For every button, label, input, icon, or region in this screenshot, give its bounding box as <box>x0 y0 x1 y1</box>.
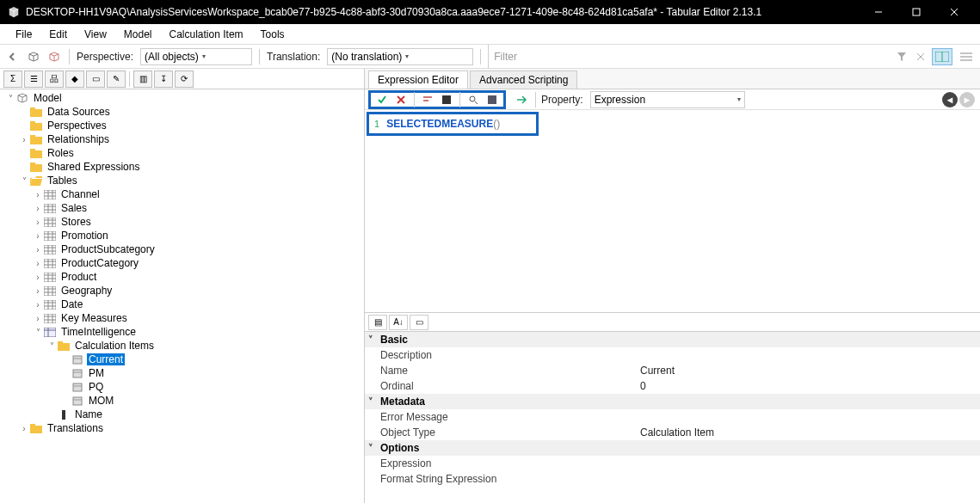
close-button[interactable] <box>935 0 973 24</box>
sigma-icon[interactable]: Σ <box>3 71 22 88</box>
view-split-button[interactable] <box>932 48 952 65</box>
menu-tools[interactable]: Tools <box>252 25 293 44</box>
prop-value[interactable]: Current <box>640 365 980 377</box>
tree-node[interactable]: ›ProductCategory <box>0 256 364 270</box>
prop-value[interactable]: Calculation Item <box>640 426 980 439</box>
tree-node[interactable]: Data Sources <box>0 105 364 119</box>
goto-icon[interactable] <box>515 93 530 107</box>
tree-node[interactable]: ›Product <box>0 270 364 284</box>
tree-node[interactable]: PQ <box>0 380 364 394</box>
prop-row[interactable]: Ordinal0 <box>365 378 980 394</box>
prop-row[interactable]: Description <box>365 347 980 363</box>
perspective-combo[interactable]: (All objects)▾ <box>140 48 252 65</box>
save-icon[interactable] <box>484 93 500 107</box>
format-icon[interactable] <box>420 93 435 107</box>
view-list-button[interactable] <box>956 48 977 65</box>
menu-file[interactable]: File <box>7 25 40 44</box>
prop-row[interactable]: Object TypeCalculation Item <box>365 425 980 440</box>
tree-node[interactable]: ›Date <box>0 298 364 311</box>
prop-row[interactable]: Error Message <box>365 409 980 425</box>
categorized-icon[interactable]: ▤ <box>368 315 387 330</box>
prop-row[interactable]: NameCurrent <box>365 363 980 378</box>
find-icon[interactable] <box>465 93 481 107</box>
translation-combo[interactable]: (No translation)▾ <box>327 48 473 65</box>
stop-icon[interactable] <box>439 93 454 107</box>
cube-icon[interactable] <box>26 49 41 64</box>
svg-rect-80 <box>73 383 82 391</box>
alphabetical-icon[interactable]: A↓ <box>389 315 408 330</box>
folder-icon <box>29 133 43 145</box>
tree-node[interactable]: ˅Tables <box>0 174 364 187</box>
prop-category[interactable]: Options <box>365 440 980 456</box>
folder-icon <box>29 147 43 159</box>
menu-edit[interactable]: Edit <box>40 25 76 44</box>
minimize-button[interactable] <box>860 0 897 24</box>
prop-name: Description <box>365 349 640 361</box>
tag-icon[interactable]: ◆ <box>65 71 84 88</box>
edit-icon[interactable]: ✎ <box>107 71 126 88</box>
tree-node[interactable]: ›Relationships <box>0 132 364 146</box>
menu-model[interactable]: Model <box>115 25 161 44</box>
tab-expression-editor[interactable]: Expression Editor <box>368 71 468 89</box>
clear-filter-icon[interactable] <box>913 49 928 64</box>
filter-input[interactable]: Filter <box>488 45 889 69</box>
prop-row[interactable]: Format String Expression <box>365 471 980 487</box>
model-tree[interactable]: ˅ModelData SourcesPerspectives›Relations… <box>0 89 364 503</box>
tree-node[interactable]: ˅Model <box>0 91 364 105</box>
cancel-icon[interactable] <box>393 93 409 107</box>
folder-icon <box>29 161 43 173</box>
deploy-icon[interactable] <box>46 49 62 64</box>
hierarchy-icon[interactable]: 品 <box>45 71 64 88</box>
tree-node[interactable]: ›Geography <box>0 284 364 298</box>
folder-icon <box>29 422 43 434</box>
nav-back-button[interactable]: ◄ <box>942 92 958 107</box>
prop-category[interactable]: Metadata <box>365 394 980 409</box>
tree-node[interactable]: Shared Expressions <box>0 160 364 174</box>
svg-rect-18 <box>30 149 35 151</box>
prop-name: Expression <box>365 457 640 469</box>
property-combo[interactable]: Expression▾ <box>590 91 745 108</box>
svg-rect-46 <box>44 259 56 268</box>
svg-rect-66 <box>44 314 56 323</box>
svg-rect-31 <box>44 218 56 227</box>
editor-toolbar: Property: Expression▾ ◄ ► <box>365 89 980 110</box>
tree-node[interactable]: ›Channel <box>0 187 364 201</box>
prop-category[interactable]: Basic <box>365 332 980 347</box>
accept-icon[interactable] <box>374 93 390 107</box>
tree-label: Channel <box>59 188 102 200</box>
window-icon[interactable]: ▭ <box>86 71 105 88</box>
translation-label: Translation: <box>267 51 320 63</box>
list-icon[interactable]: ☰ <box>24 71 43 88</box>
tree-node[interactable]: ˅Calculation Items <box>0 339 364 353</box>
refresh-icon[interactable]: ⟳ <box>175 71 194 88</box>
maximize-button[interactable] <box>897 0 935 24</box>
tree-node[interactable]: ›Stores <box>0 215 364 229</box>
prop-value[interactable]: 0 <box>640 380 980 392</box>
tree-node[interactable]: Perspectives <box>0 119 364 132</box>
tree-node[interactable]: ›Key Measures <box>0 311 364 325</box>
prop-row[interactable]: Expression <box>365 456 980 471</box>
columns-icon[interactable]: ▥ <box>133 71 152 88</box>
tab-advanced-scripting[interactable]: Advanced Scripting <box>470 71 577 89</box>
svg-rect-13 <box>30 123 42 131</box>
menu-view[interactable]: View <box>76 25 115 44</box>
properties-grid[interactable]: BasicDescriptionNameCurrentOrdinal0Metad… <box>365 332 980 503</box>
tree-node[interactable]: MOM <box>0 394 364 408</box>
menu-calculation-item[interactable]: Calculation Item <box>161 25 252 44</box>
tree-node[interactable]: Name <box>0 408 364 421</box>
code-editor[interactable]: 1 SELECTEDMEASURE() <box>365 110 980 312</box>
tree-node[interactable]: ›Sales <box>0 201 364 215</box>
sort-icon[interactable]: ↧ <box>154 71 173 88</box>
back-icon[interactable] <box>5 49 21 64</box>
prop-pages-icon[interactable]: ▭ <box>410 315 428 330</box>
tree-node[interactable]: Current <box>0 353 364 366</box>
tree-node[interactable]: ›Translations <box>0 421 364 435</box>
tree-node[interactable]: ›Promotion <box>0 229 364 242</box>
calcgroup-icon <box>43 326 57 338</box>
tree-node[interactable]: ˅TimeIntelligence <box>0 325 364 339</box>
tree-node[interactable]: Roles <box>0 146 364 160</box>
tree-node[interactable]: ›ProductSubcategory <box>0 242 364 256</box>
filter-icon[interactable] <box>894 49 909 64</box>
tree-node[interactable]: PM <box>0 366 364 380</box>
tree-label: Geography <box>59 285 114 297</box>
